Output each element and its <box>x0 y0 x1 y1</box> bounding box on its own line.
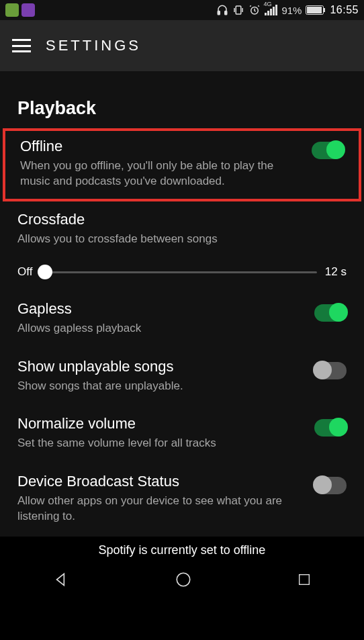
setting-title: Device Broadcast Status <box>17 473 304 490</box>
svg-rect-0 <box>218 11 220 15</box>
nav-recent-icon[interactable] <box>297 572 312 590</box>
setting-title: Crossfade <box>17 211 347 228</box>
setting-title: Normalize volume <box>17 415 304 432</box>
notif-app-icon <box>5 3 19 17</box>
slider-max-label: 12 s <box>325 265 347 279</box>
setting-title: Show unplayable songs <box>17 358 304 375</box>
nav-back-icon[interactable] <box>52 571 70 591</box>
crossfade-slider[interactable] <box>40 271 316 273</box>
setting-offline[interactable]: Offline When you go offline, you'll only… <box>5 131 359 199</box>
toggle-offline[interactable] <box>312 142 344 159</box>
battery-percent: 91% <box>281 5 302 16</box>
signal-icon: 4G <box>265 5 277 15</box>
svg-rect-2 <box>236 6 242 14</box>
setting-crossfade: Crossfade Allows you to crossfade betwee… <box>0 201 364 249</box>
svg-rect-5 <box>307 7 322 13</box>
crossfade-slider-row: Off 12 s <box>0 249 364 291</box>
setting-title: Offline <box>20 138 301 155</box>
setting-desc: Allows gapless playback <box>17 320 304 336</box>
menu-icon[interactable] <box>12 39 31 52</box>
toggle-gapless[interactable] <box>314 304 347 322</box>
setting-broadcast[interactable]: Device Broadcast Status Allow other apps… <box>0 463 364 537</box>
svg-rect-8 <box>300 574 310 584</box>
setting-desc: When you go offline, you'll only be able… <box>20 158 301 189</box>
toggle-broadcast[interactable] <box>314 477 347 494</box>
setting-desc: Allows you to crossfade between songs <box>17 231 347 246</box>
toggle-unplayable[interactable] <box>314 362 347 379</box>
setting-normalize[interactable]: Normalize volume Set the same volume lev… <box>0 406 364 463</box>
setting-desc: Show songs that are unplayable. <box>17 378 304 394</box>
caption-bar: Spotify is currently set to offline <box>0 537 364 561</box>
setting-unplayable[interactable]: Show unplayable songs Show songs that ar… <box>0 349 364 406</box>
notif-app-icon <box>21 3 35 17</box>
status-notif-icons <box>5 3 35 17</box>
network-label: 4G <box>263 1 271 7</box>
headphones-icon <box>216 4 228 16</box>
system-nav-bar <box>0 561 364 600</box>
setting-desc: Allow other apps on your device to see w… <box>17 493 304 524</box>
setting-title: Gapless <box>17 300 304 318</box>
setting-gapless[interactable]: Gapless Allows gapless playback <box>0 291 364 348</box>
battery-icon <box>306 5 326 15</box>
slider-knob[interactable] <box>38 265 52 279</box>
slider-min-label: Off <box>17 265 32 279</box>
svg-rect-1 <box>225 11 227 15</box>
settings-content: Playback Offline When you go offline, yo… <box>0 71 364 537</box>
svg-point-7 <box>177 573 190 586</box>
status-clock: 16:55 <box>330 4 359 16</box>
highlight-box: Offline When you go offline, you'll only… <box>3 128 361 201</box>
vibrate-icon <box>232 4 244 16</box>
page-title: SETTINGS <box>46 37 141 54</box>
app-header: SETTINGS <box>0 20 364 71</box>
toggle-normalize[interactable] <box>314 419 347 437</box>
setting-desc: Set the same volume level for all tracks <box>17 435 304 451</box>
nav-home-icon[interactable] <box>175 571 192 591</box>
status-bar: 4G 91% 16:55 <box>0 0 364 20</box>
section-title-playback: Playback <box>0 82 364 128</box>
svg-rect-6 <box>324 8 325 12</box>
alarm-icon <box>248 4 261 16</box>
